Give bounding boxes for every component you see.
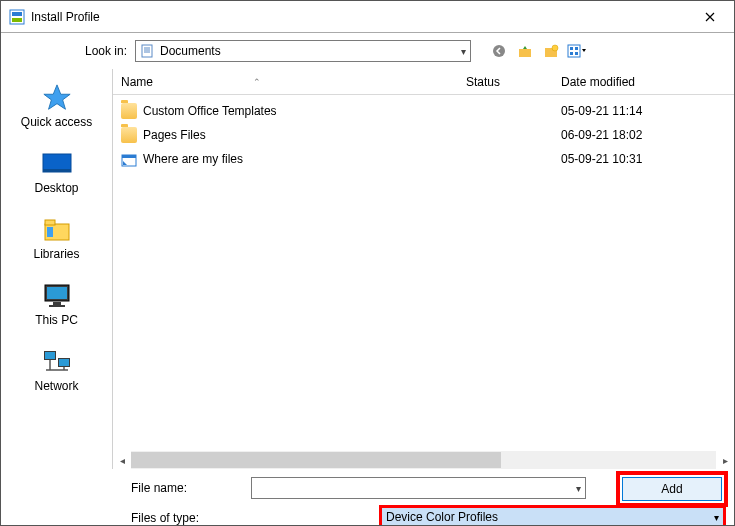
back-button[interactable] xyxy=(489,41,509,61)
filetype-selected[interactable]: Device Color Profiles ▾ xyxy=(382,508,723,526)
filetype-row: Files of type: Device Color Profiles ▾ D… xyxy=(131,511,724,525)
svg-rect-11 xyxy=(568,45,580,57)
filename-label: File name: xyxy=(131,481,251,495)
quick-access-icon xyxy=(39,83,75,113)
app-icon xyxy=(9,9,25,25)
svg-rect-8 xyxy=(519,49,531,57)
column-headers: Name ⌃ Status Date modified xyxy=(113,69,734,95)
col-header-name-label: Name xyxy=(121,75,153,89)
folder-icon xyxy=(121,127,137,143)
svg-rect-3 xyxy=(142,45,152,57)
folder-icon xyxy=(121,103,137,119)
filetype-combo[interactable]: Device Color Profiles ▾ Device Color Pro… xyxy=(381,507,724,526)
places-bar: Quick access Desktop Libraries This PC N… xyxy=(1,69,113,469)
svg-point-7 xyxy=(493,45,505,57)
scroll-thumb[interactable] xyxy=(131,452,501,468)
chevron-down-icon: ▾ xyxy=(461,46,466,57)
file-name: Pages Files xyxy=(143,128,206,142)
svg-rect-27 xyxy=(45,352,55,359)
close-button[interactable] xyxy=(688,2,732,32)
file-name: Where are my files xyxy=(143,152,243,166)
list-item[interactable]: Where are my files 05-09-21 10:31 xyxy=(113,147,734,171)
libraries-icon xyxy=(39,215,75,245)
svg-rect-15 xyxy=(575,52,578,55)
svg-rect-25 xyxy=(49,305,65,307)
file-list-pane: Name ⌃ Status Date modified Custom Offic… xyxy=(113,69,734,469)
filename-input[interactable]: ▾ xyxy=(251,477,586,499)
place-label: Libraries xyxy=(33,247,79,261)
list-item[interactable]: Pages Files 06-09-21 18:02 xyxy=(113,123,734,147)
file-date: 05-09-21 11:14 xyxy=(561,104,726,118)
desktop-icon xyxy=(39,149,75,179)
place-network[interactable]: Network xyxy=(1,343,112,397)
col-header-status[interactable]: Status xyxy=(466,75,561,89)
file-date: 06-09-21 18:02 xyxy=(561,128,726,142)
svg-rect-12 xyxy=(570,47,573,50)
svg-rect-29 xyxy=(59,359,69,366)
shortcut-icon xyxy=(121,151,137,167)
chevron-down-icon: ▾ xyxy=(714,512,719,523)
scroll-right-button[interactable]: ▸ xyxy=(716,451,734,469)
add-button-highlight: Add xyxy=(620,475,724,503)
lookin-toolbar: Look in: Documents ▾ xyxy=(1,33,734,69)
svg-rect-21 xyxy=(47,227,53,237)
lookin-label: Look in: xyxy=(41,44,127,58)
list-item[interactable]: Custom Office Templates 05-09-21 11:14 xyxy=(113,99,734,123)
place-label: Desktop xyxy=(34,181,78,195)
col-header-name[interactable]: Name ⌃ xyxy=(121,75,466,89)
svg-rect-2 xyxy=(12,18,22,22)
place-label: This PC xyxy=(35,313,78,327)
place-desktop[interactable]: Desktop xyxy=(1,145,112,199)
svg-rect-34 xyxy=(122,155,136,158)
place-libraries[interactable]: Libraries xyxy=(1,211,112,265)
lookin-value: Documents xyxy=(160,44,461,58)
scroll-track[interactable] xyxy=(131,451,716,469)
sort-indicator-icon: ⌃ xyxy=(253,77,261,87)
svg-rect-13 xyxy=(575,47,578,50)
network-icon xyxy=(39,347,75,377)
bottom-panel: File name: ▾ Files of type: Device Color… xyxy=(1,469,734,525)
svg-rect-14 xyxy=(570,52,573,55)
svg-rect-1 xyxy=(12,12,22,16)
file-list[interactable]: Custom Office Templates 05-09-21 11:14 P… xyxy=(113,95,734,451)
svg-marker-16 xyxy=(43,85,69,109)
place-quick-access[interactable]: Quick access xyxy=(1,79,112,133)
view-menu-button[interactable] xyxy=(567,41,587,61)
file-name: Custom Office Templates xyxy=(143,104,277,118)
titlebar: Install Profile xyxy=(1,1,734,33)
filetype-label: Files of type: xyxy=(131,511,251,525)
lookin-combo[interactable]: Documents ▾ xyxy=(135,40,471,62)
place-label: Network xyxy=(34,379,78,393)
svg-point-10 xyxy=(552,45,558,51)
new-folder-button[interactable] xyxy=(541,41,561,61)
add-button[interactable]: Add xyxy=(622,477,722,501)
svg-rect-18 xyxy=(43,169,71,172)
filetype-highlight: Device Color Profiles ▾ Device Color Pro… xyxy=(381,507,724,526)
window-title: Install Profile xyxy=(31,10,100,24)
filetype-value: Device Color Profiles xyxy=(386,510,498,524)
file-date: 05-09-21 10:31 xyxy=(561,152,726,166)
up-one-level-button[interactable] xyxy=(515,41,535,61)
documents-icon xyxy=(140,44,154,58)
place-label: Quick access xyxy=(21,115,92,129)
svg-rect-23 xyxy=(47,287,67,299)
svg-rect-24 xyxy=(53,302,61,305)
col-header-date[interactable]: Date modified xyxy=(561,75,726,89)
horizontal-scrollbar[interactable]: ◂ ▸ xyxy=(113,451,734,469)
scroll-left-button[interactable]: ◂ xyxy=(113,451,131,469)
this-pc-icon xyxy=(39,281,75,311)
chevron-down-icon: ▾ xyxy=(576,483,581,494)
place-this-pc[interactable]: This PC xyxy=(1,277,112,331)
svg-rect-20 xyxy=(45,220,55,225)
